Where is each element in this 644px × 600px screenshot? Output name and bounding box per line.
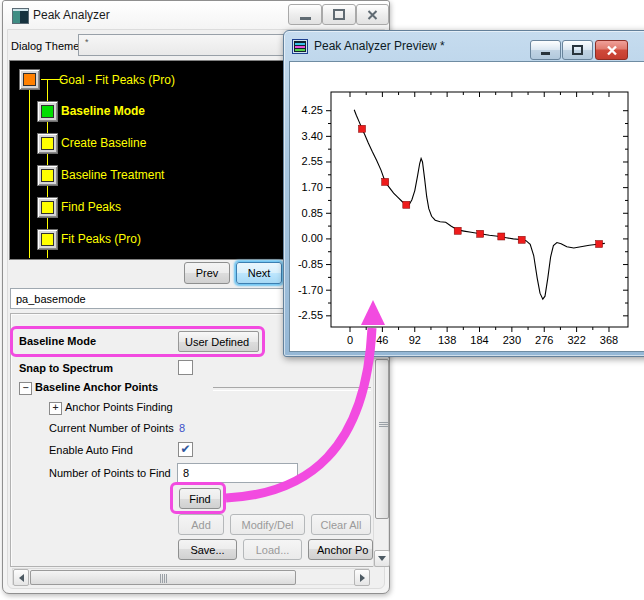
preview-restore-button[interactable] — [562, 40, 593, 60]
dialog-titlebar[interactable]: Peak Analyzer — [3, 1, 389, 29]
y-tick-label: -0.85 — [298, 258, 323, 270]
enable-auto-find-label: Enable Auto Find — [49, 444, 133, 456]
save-button[interactable]: Save... — [178, 539, 237, 560]
x-tick-label: 92 — [409, 334, 421, 346]
number-of-points-to-find-input[interactable]: 8 — [177, 463, 298, 483]
tree-node-create-baseline[interactable] — [37, 133, 58, 154]
arrow-left-icon — [19, 574, 24, 582]
restore-icon — [333, 9, 345, 20]
expand-icon[interactable]: + — [49, 402, 62, 415]
y-tick-label: 4.25 — [302, 104, 323, 116]
tree-node-goal[interactable] — [19, 69, 40, 90]
x-tick-label: 184 — [470, 334, 488, 346]
plot-curve — [354, 110, 605, 299]
dialog-title: Peak Analyzer — [33, 1, 110, 29]
tree-node-baseline-treatment[interactable] — [37, 165, 58, 186]
tree-label-fit-peaks[interactable]: Fit Peaks (Pro) — [61, 232, 141, 246]
tree-label-baseline-treatment[interactable]: Baseline Treatment — [61, 168, 164, 182]
horizontal-scrollbar[interactable] — [12, 568, 369, 585]
x-tick-label: 138 — [438, 334, 456, 346]
anchor-points-finding-label[interactable]: Anchor Points Finding — [65, 401, 173, 413]
group-separator — [213, 387, 371, 391]
step-status-icon — [41, 105, 54, 118]
screen: Peak Analyzer Dialog Theme * Goal - Fit … — [0, 0, 644, 600]
snap-to-spectrum-label: Snap to Spectrum — [19, 362, 113, 374]
tree-label-goal[interactable]: Goal - Fit Peaks (Pro) — [59, 73, 175, 87]
goal-status-icon — [23, 73, 36, 86]
scroll-down-button[interactable] — [374, 550, 390, 567]
x-tick-label: 230 — [503, 334, 521, 346]
step-status-icon — [41, 201, 54, 214]
step-status-icon — [41, 169, 54, 182]
scroll-left-button[interactable] — [13, 569, 29, 586]
restore-button[interactable] — [322, 4, 356, 25]
preview-minimize-button[interactable] — [530, 40, 561, 60]
close-icon — [606, 45, 618, 56]
minimize-button[interactable] — [288, 4, 322, 25]
scrollbar-grip — [379, 422, 388, 428]
scroll-right-button[interactable] — [354, 569, 370, 586]
anchor-point — [596, 241, 603, 248]
plot-frame — [331, 92, 628, 327]
anchor-point — [359, 125, 366, 132]
y-tick-label: 1.70 — [302, 181, 323, 193]
add-button[interactable]: Add — [178, 514, 224, 535]
prev-button[interactable]: Prev — [184, 262, 230, 284]
x-tick-label: 322 — [567, 334, 585, 346]
load-button[interactable]: Load... — [243, 539, 302, 560]
snap-to-spectrum-checkbox[interactable] — [178, 360, 193, 375]
anchor-point — [382, 178, 389, 185]
find-button[interactable]: Find — [179, 488, 221, 509]
current-number-of-points-label: Current Number of Points — [49, 422, 174, 434]
collapse-icon[interactable]: − — [19, 382, 32, 395]
tree-label-baseline-mode[interactable]: Baseline Mode — [61, 104, 145, 118]
anchor-point — [498, 233, 505, 240]
preview-close-button[interactable] — [595, 40, 628, 60]
next-button[interactable]: Next — [236, 262, 282, 284]
tree-label-find-peaks[interactable]: Find Peaks — [61, 200, 121, 214]
preview-plot-area: 046921381842302763223684.253.402.551.700… — [289, 61, 644, 352]
anchor-point — [403, 201, 410, 208]
clear-all-button[interactable]: Clear All — [311, 514, 371, 535]
step-status-icon — [41, 137, 54, 150]
baseline-mode-dropdown[interactable]: User Defined — [178, 331, 259, 352]
close-button[interactable] — [356, 4, 389, 25]
x-tick-label: 368 — [600, 334, 618, 346]
y-tick-label: 0.85 — [302, 207, 323, 219]
anchor-point — [454, 227, 461, 234]
tree-node-find-peaks[interactable] — [37, 197, 58, 218]
tree-node-baseline-mode[interactable] — [37, 101, 58, 122]
x-tick-label: 0 — [347, 334, 353, 346]
y-tick-label: 2.55 — [302, 155, 323, 167]
horizontal-scrollbar-thumb[interactable] — [30, 570, 296, 585]
close-icon — [367, 10, 378, 20]
y-tick-label: -1.70 — [298, 284, 323, 296]
tree-connector-line — [29, 90, 30, 258]
enable-auto-find-checkbox[interactable]: ✔ — [178, 442, 193, 457]
number-of-points-to-find-label: Number of Points to Find — [49, 467, 171, 479]
scrollbar-grip — [160, 574, 168, 583]
minimize-icon — [300, 17, 311, 20]
step-status-icon — [41, 233, 54, 246]
y-tick-label: -2.55 — [298, 309, 323, 321]
anchor-point — [477, 230, 484, 237]
preview-window-icon — [292, 39, 308, 54]
y-tick-label: 3.40 — [302, 130, 323, 142]
current-number-of-points-value: 8 — [179, 422, 185, 434]
arrow-down-icon — [378, 556, 386, 561]
vertical-scrollbar-thumb[interactable] — [375, 359, 389, 519]
x-tick-label: 46 — [376, 334, 388, 346]
dialog-theme-label: Dialog Theme — [11, 40, 79, 52]
preview-window-title: Peak Analyzer Preview * — [314, 31, 445, 61]
preview-plot: 046921381842302763223684.253.402.551.700… — [290, 62, 644, 351]
checkmark: ✔ — [180, 443, 190, 456]
tree-label-create-baseline[interactable]: Create Baseline — [61, 136, 146, 150]
vertical-scrollbar[interactable] — [373, 358, 389, 567]
anchor-point — [518, 236, 525, 243]
anchor-points-button[interactable]: Anchor Po — [308, 539, 373, 560]
modify-del-button[interactable]: Modify/Del — [230, 514, 305, 535]
minimize-icon — [541, 52, 550, 55]
y-tick-label: 0.00 — [302, 232, 323, 244]
baseline-mode-label: Baseline Mode — [19, 335, 96, 347]
tree-node-fit-peaks[interactable] — [37, 229, 58, 250]
